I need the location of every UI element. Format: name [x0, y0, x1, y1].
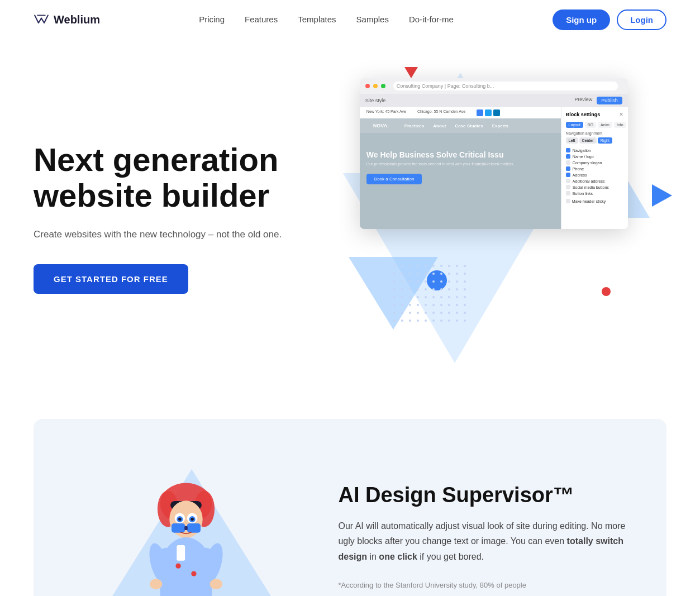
sidebar-tabs: Layout BG Anim Info [566, 122, 623, 128]
browser-dot-yellow [373, 84, 378, 88]
svg-rect-12 [187, 523, 201, 533]
sidebar-item-social: Social media buttons [566, 185, 623, 189]
hero-left: Next generation website builder Create w… [34, 120, 337, 294]
social-icon-li [493, 109, 500, 116]
svg-point-23 [191, 571, 196, 576]
sidebar-tab-anim[interactable]: Anim [598, 122, 612, 128]
social-icon-tw [485, 109, 492, 116]
hero-subtitle: Create websites with the new technology … [34, 227, 337, 242]
navbar: Weblium Pricing Features Templates Sampl… [0, 0, 700, 39]
cta-button[interactable]: GET STARTED FOR FREE [34, 264, 188, 294]
browser-sidebar: Block settings ✕ Layout BG Anim Info Nav… [561, 107, 628, 229]
browser-toolbar-right: Preview Publish [574, 97, 622, 104]
svg-point-20 [150, 579, 162, 589]
illus-figure [136, 473, 236, 596]
section2-footnote: *According to the Stanford University st… [338, 581, 633, 589]
signup-button[interactable]: Sign up [553, 9, 610, 30]
checkbox-addaddress[interactable] [566, 179, 570, 183]
svg-rect-17 [177, 545, 185, 561]
nav-practices: Practices [404, 123, 425, 128]
section2-body-part2: in [367, 552, 379, 561]
section2-bold2: one click [379, 552, 417, 561]
browser-toolbar: Site style Preview Publish [360, 94, 628, 107]
browser-page-nav: NOVA. Practices About Case Studies Exper… [360, 118, 561, 133]
sidebar-tab-layout[interactable]: Layout [566, 122, 583, 128]
svg-rect-13 [184, 526, 188, 530]
checkbox-slogan[interactable] [566, 160, 570, 165]
hero-section: Next generation website builder Create w… [0, 39, 700, 385]
svg-point-9 [178, 518, 182, 521]
sidebar-item-namelogo: Name / logo [566, 154, 623, 159]
nav-cases: Case Studies [455, 123, 483, 128]
nav-experts: Experts [492, 123, 508, 128]
browser-bar: Consulting Company | Page: Consulting b.… [360, 78, 628, 94]
nav-about: About [433, 123, 446, 128]
checkbox-phone[interactable] [566, 166, 570, 171]
dot-red-small [602, 287, 611, 296]
nav-links: Pricing Features Templates Samples Do-it… [199, 15, 454, 25]
nav-alignment-options: Left Center Right [566, 137, 623, 144]
figure-svg [136, 473, 236, 596]
sidebar-item-buttonlinks: Button links [566, 191, 623, 196]
hero-right: for(let i=0;i<80;i++) document.write('<d… [337, 61, 666, 352]
section2-illustration [67, 452, 304, 596]
checkbox-sticky[interactable] [566, 199, 570, 203]
brand-name: Weblium [54, 13, 100, 26]
checkbox-social[interactable] [566, 185, 570, 189]
sidebar-item-address: Address [566, 173, 623, 177]
section2-title: AI Design Supervisor™ [338, 483, 633, 507]
svg-point-21 [209, 579, 222, 589]
svg-point-22 [175, 564, 180, 569]
nav-alignment-label: Navigation alignment [566, 131, 623, 135]
section2-body: Our AI will automatically adjust visual … [338, 518, 633, 564]
dot-grid-bottom: for(let i=0;i<80;i++) document.write('<d… [393, 265, 468, 324]
triangle-red-small [404, 67, 418, 78]
browser-hero-text: We Help Business Solve Critical Issu [360, 133, 561, 162]
sidebar-item-navigation: Navigation [566, 148, 623, 152]
weblium-logo-icon [34, 13, 49, 26]
svg-point-10 [191, 518, 194, 521]
section2-right: AI Design Supervisor™ Our AI will automa… [338, 483, 633, 589]
make-sticky-option: Make header sticky [566, 199, 623, 203]
logo-link[interactable]: Weblium [34, 13, 100, 26]
browser-dot-green [381, 84, 385, 88]
nav-item-templates[interactable]: Templates [298, 15, 336, 24]
sidebar-close-icon[interactable]: ✕ [619, 112, 623, 117]
sidebar-item-phone: Phone [566, 166, 623, 171]
spacer-1 [0, 385, 700, 419]
hero-title: Next generation website builder [34, 142, 337, 213]
nav-item-features[interactable]: Features [245, 15, 278, 24]
browser-page: New York: 45 Park Ave Chicago: 55 N Camd… [360, 107, 561, 229]
browser-url: Consulting Company | Page: Consulting b.… [393, 82, 618, 90]
browser-dot-red [365, 84, 370, 88]
nav-left[interactable]: Left [566, 137, 578, 144]
browser-header-info: New York: 45 Park Ave Chicago: 55 N Camd… [360, 107, 561, 118]
checkbox-namelogo[interactable] [566, 154, 570, 159]
section2-body-part3: if you get bored. [417, 552, 484, 561]
login-button[interactable]: Login [617, 9, 666, 30]
sidebar-checkboxes: Navigation Name / logo Company slogan [566, 148, 623, 196]
nav-center[interactable]: Center [579, 137, 597, 144]
nav-item-pricing[interactable]: Pricing [199, 15, 225, 24]
nav-buttons: Sign up Login [553, 9, 666, 30]
section2: AI Design Supervisor™ Our AI will automa… [34, 419, 666, 596]
browser-hero-sub: Our professionals provide the tools need… [360, 162, 561, 166]
nav-item-doitforme[interactable]: Do-it-for-me [409, 15, 454, 24]
browser-content: New York: 45 Park Ave Chicago: 55 N Camd… [360, 107, 628, 229]
ai-illustration [97, 452, 275, 596]
browser-publish-btn[interactable]: Publish [597, 97, 622, 104]
sidebar-item-slogan: Company slogan [566, 160, 623, 165]
sidebar-tab-bg[interactable]: BG [585, 122, 596, 128]
browser-sidebar-title: Block settings ✕ [566, 112, 623, 117]
nav-right[interactable]: Right [598, 137, 612, 144]
checkbox-address[interactable] [566, 173, 570, 177]
social-icon-fb [477, 109, 483, 116]
sidebar-item-addaddress: Additional address [566, 179, 623, 183]
browser-mockup: Consulting Company | Page: Consulting b.… [360, 78, 628, 229]
checkbox-buttonlinks[interactable] [566, 191, 570, 196]
sidebar-tab-info[interactable]: Info [614, 122, 626, 128]
nav-item-samples[interactable]: Samples [356, 15, 389, 24]
browser-brand: NOVA. [366, 121, 396, 131]
browser-cta-btn: Book a Consultation [366, 174, 422, 184]
checkbox-navigation[interactable] [566, 148, 570, 152]
